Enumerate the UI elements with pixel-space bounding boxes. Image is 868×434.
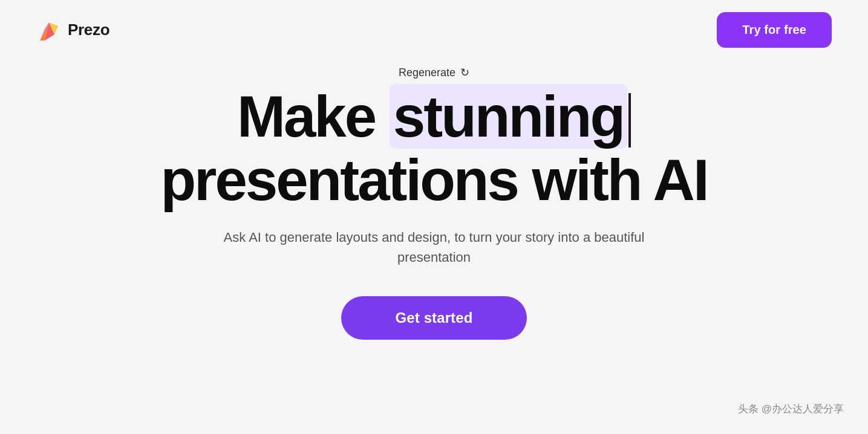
hero-subtitle: Ask AI to generate layouts and design, t… [198, 227, 670, 267]
watermark: 头条 @办公达人爱分享 [738, 402, 844, 416]
hero-headline: Make stunning presentations with AI [160, 86, 707, 210]
hero-highlight-stunning: stunning [390, 84, 627, 149]
text-cursor [628, 93, 631, 147]
hero-line2: presentations with AI [160, 147, 707, 212]
regenerate-label: Regenerate [399, 66, 455, 79]
logo-area: Prezo [36, 18, 109, 43]
hero-line1: Make stunning [237, 84, 631, 149]
regenerate-icon: ↻ [460, 66, 469, 79]
hero-make-text: Make [237, 84, 390, 149]
prezo-logo-icon [36, 18, 62, 43]
logo-text: Prezo [68, 21, 109, 39]
navbar: Prezo Try for free [0, 0, 868, 60]
main-content: Regenerate ↻ Make stunning presentations… [0, 60, 868, 340]
get-started-button[interactable]: Get started [341, 296, 527, 340]
regenerate-row: Regenerate ↻ [399, 66, 469, 79]
try-for-free-button[interactable]: Try for free [717, 12, 832, 48]
